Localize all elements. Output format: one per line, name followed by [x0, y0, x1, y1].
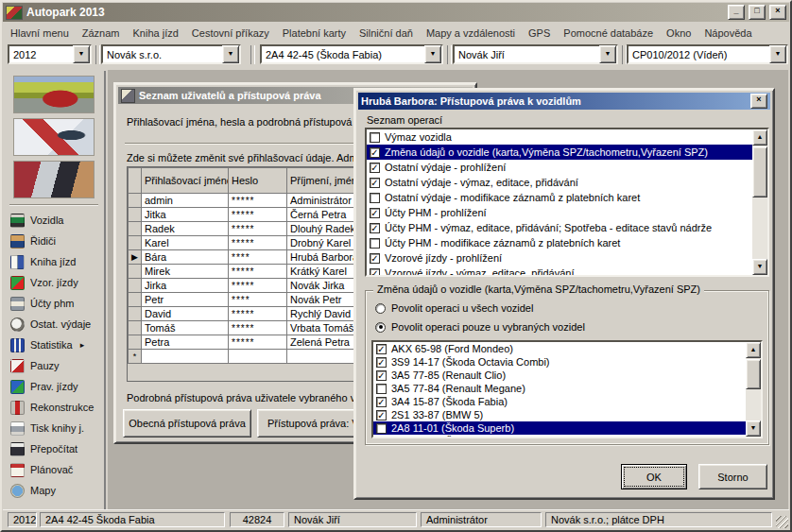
vehicle-item[interactable]: ✓3A5 77-85 (Renault Clio)	[373, 369, 746, 382]
chevron-down-icon[interactable]: ▼	[222, 45, 239, 63]
close-button[interactable]: ×	[769, 5, 786, 20]
resize-grip[interactable]	[776, 516, 788, 528]
vehicles-scrollbar[interactable]: ▲ ▼	[746, 342, 761, 437]
scrollbar-thumb[interactable]	[746, 359, 761, 389]
login-cell[interactable]: David	[142, 307, 229, 321]
checkbox-icon[interactable]: ✓	[370, 147, 380, 158]
password-cell[interactable]: *****	[229, 279, 287, 293]
scroll-up-icon[interactable]: ▲	[746, 342, 761, 358]
checkbox-icon[interactable]: ✓	[376, 344, 387, 354]
menu-platebni-karty[interactable]: Platební karty	[276, 26, 353, 40]
vehicle-item[interactable]: 3A5 77-84 (Renault Megane)	[373, 382, 746, 395]
password-cell[interactable]: *****	[229, 208, 287, 222]
operation-item[interactable]: Výmaz vozidla	[367, 129, 752, 145]
row-selector[interactable]	[129, 321, 142, 335]
sidebar-item-planovac[interactable]: Plánovač	[4, 459, 104, 480]
operation-item[interactable]: ✓Vzorové jízdy - výmaz, editace, přidává…	[367, 266, 752, 277]
checkbox-icon[interactable]	[376, 423, 387, 434]
sidebar-item-prav-jizdy[interactable]: Prav. jízdy	[4, 376, 104, 397]
checkbox-icon[interactable]: ✓	[370, 223, 380, 233]
login-cell[interactable]: Tomáš	[142, 321, 229, 335]
login-cell[interactable]: Jirka	[142, 279, 229, 293]
checkbox-icon[interactable]	[376, 384, 387, 394]
cancel-button[interactable]: Storno	[698, 464, 767, 489]
login-cell[interactable]: Petr	[142, 293, 229, 307]
scrollbar-thumb[interactable]	[752, 146, 767, 197]
menu-pomocne-databaze[interactable]: Pomocné databáze	[557, 26, 660, 40]
menu-mapy-a-vzdalenosti[interactable]: Mapy a vzdálenosti	[420, 26, 522, 40]
radio-selected-vehicles[interactable]: Povolit operaci pouze u vybraných vozide…	[375, 321, 585, 333]
vehicle-item[interactable]: ✓3S9 14-17 (Škoda Octavia Combi)	[373, 355, 746, 369]
checkbox-icon[interactable]: ✓	[376, 437, 387, 439]
scroll-down-icon[interactable]: ▼	[752, 259, 767, 275]
password-cell[interactable]: *****	[229, 335, 287, 350]
checkbox-icon[interactable]: ✓	[376, 357, 387, 368]
password-cell[interactable]: ****	[229, 250, 287, 265]
sidebar-item-rekonstrukce[interactable]: Rekonstrukce	[4, 397, 104, 418]
menu-napoveda[interactable]: Nápověda	[697, 26, 758, 40]
checkbox-icon[interactable]: ✓	[370, 163, 380, 173]
checkbox-icon[interactable]: ✓	[370, 178, 380, 188]
driver-combobox[interactable]: Novák Jiří ▼	[453, 44, 618, 64]
login-cell[interactable]: admin	[142, 194, 229, 208]
radio-selected-icon[interactable]	[375, 322, 386, 333]
minimize-button[interactable]: _	[728, 5, 745, 20]
app-titlebar[interactable]: Autopark 2013 _ □ ×	[3, 3, 789, 22]
col-header-password[interactable]: Heslo	[229, 168, 287, 194]
login-cell[interactable]: Karel	[142, 236, 229, 250]
operation-item[interactable]: ✓Účty PHM - prohlížení	[367, 205, 752, 220]
password-cell[interactable]	[229, 350, 287, 364]
vehicle-item[interactable]: ✓2A4 42-46 (Škoda Fabia)	[373, 435, 746, 438]
checkbox-icon[interactable]	[370, 132, 380, 143]
operation-item[interactable]: ✓Účty PHM - výmaz, editace, přidávání; S…	[367, 220, 752, 235]
password-cell[interactable]: *****	[229, 194, 287, 208]
chevron-down-icon[interactable]: ▼	[599, 45, 616, 63]
radio-all-vehicles[interactable]: Povolit operaci u všech vozidel	[375, 302, 533, 314]
login-cell[interactable]	[142, 350, 229, 364]
new-row-marker-icon[interactable]: *	[129, 350, 142, 364]
radio-icon[interactable]	[375, 303, 386, 314]
operation-item[interactable]: ✓Vzorové jízdy - prohlížení	[367, 250, 752, 266]
sidebar-item-tisk-knihy[interactable]: Tisk knihy j.	[4, 418, 104, 438]
login-cell[interactable]: Mirek	[142, 265, 229, 279]
operation-item-selected[interactable]: ✓Změna údajů o vozidle (karta,Výměna SPZ…	[367, 145, 752, 160]
year-combobox[interactable]: 2012 ▼	[8, 44, 92, 64]
sidebar-item-vozidla[interactable]: Vozidla	[4, 210, 104, 231]
row-selector[interactable]	[129, 265, 142, 279]
row-selector[interactable]	[129, 293, 142, 307]
password-cell[interactable]: *****	[229, 236, 287, 250]
row-selector[interactable]	[129, 222, 142, 236]
current-row-marker-icon[interactable]: ▶	[129, 250, 142, 265]
sidebar-item-ucty-phm[interactable]: Účty phm	[4, 293, 104, 314]
vehicle-item[interactable]: ✓3A4 15-87 (Škoda Fabia)	[373, 395, 746, 408]
col-header-login[interactable]: Přihlašovací jméno	[142, 168, 229, 194]
chevron-down-icon[interactable]: ▼	[769, 45, 786, 63]
operation-item[interactable]: ✓Ostatní výdaje - prohlížení	[367, 160, 752, 175]
password-cell[interactable]: ****	[229, 293, 287, 307]
close-icon[interactable]: ×	[750, 94, 767, 109]
row-selector[interactable]	[129, 208, 142, 222]
checkbox-icon[interactable]	[370, 193, 380, 203]
row-selector[interactable]	[129, 307, 142, 321]
password-cell[interactable]: *****	[229, 307, 287, 321]
ok-button[interactable]: OK	[621, 464, 687, 489]
sidebar-item-pauzy[interactable]: Pauzy	[4, 355, 104, 376]
scroll-down-icon[interactable]: ▼	[746, 420, 761, 437]
scroll-up-icon[interactable]: ▲	[752, 129, 767, 146]
sidebar-item-ridici[interactable]: Řidiči	[4, 231, 104, 251]
menu-silnicni-dan[interactable]: Silniční daň	[353, 26, 420, 40]
operations-scrollbar[interactable]: ▲ ▼	[752, 129, 767, 275]
checkbox-icon[interactable]: ✓	[376, 370, 387, 381]
vehicle-combobox[interactable]: 2A4 42-45 (Škoda Fabia) ▼	[260, 44, 443, 64]
checkbox-icon[interactable]: ✓	[376, 397, 387, 407]
sidebar-item-prepocitat[interactable]: Přepočítat	[4, 438, 104, 459]
sidebar-item-vzor-jizdy[interactable]: Vzor. jízdy	[4, 272, 104, 293]
operation-item[interactable]: Ostatní výdaje - modifikace záznamů z pl…	[367, 190, 752, 205]
login-cell[interactable]: Jitka	[142, 208, 229, 222]
sidebar-item-ostat-vydaje[interactable]: Ostat. výdaje	[4, 314, 104, 335]
chevron-down-icon[interactable]: ▼	[424, 45, 441, 63]
login-cell[interactable]: Petra	[142, 335, 229, 350]
login-cell[interactable]: Bára	[142, 250, 229, 265]
row-selector[interactable]	[129, 194, 142, 208]
row-selector[interactable]	[129, 335, 142, 350]
